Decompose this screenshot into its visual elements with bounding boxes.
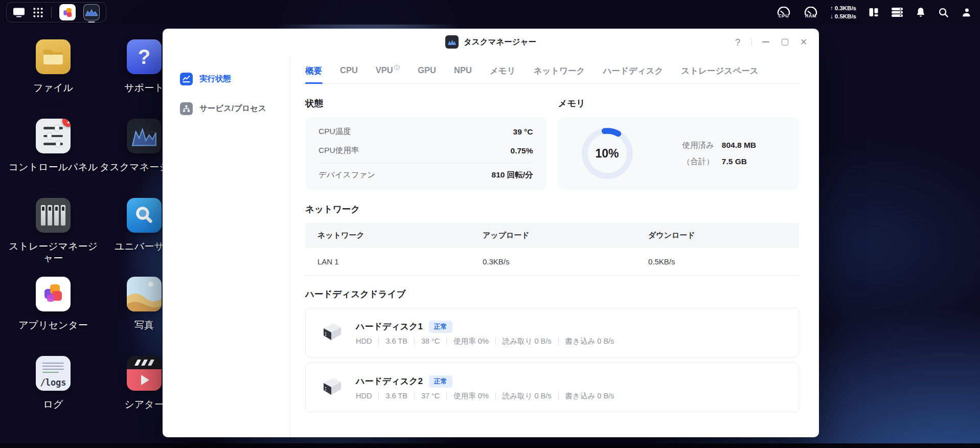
- status-row-cpu-temp: CPU温度 39 °C: [318, 122, 533, 141]
- row-label: デバイスファン: [318, 170, 375, 181]
- disk-card-2[interactable]: ハードディスク2 正常 HDD 3.6 TB 37 °C 使用率 0% 読み取り…: [305, 363, 799, 412]
- network-table: ネットワーク アップロード ダウンロード LAN 1 0.3KB/s 0.5KB…: [305, 223, 799, 276]
- spec-temperature: 38 °C: [414, 338, 446, 345]
- tab-cpu[interactable]: CPU: [340, 65, 358, 83]
- ram-gauge-icon[interactable]: RAM: [803, 7, 818, 18]
- tab-harddisk[interactable]: ハードディスク: [603, 65, 664, 83]
- disk-card-1[interactable]: ハードディスク1 正常 HDD 3.6 TB 38 °C 使用率 0% 読み取り…: [305, 308, 799, 357]
- desktop-icon-label: ストレージマネージャー: [8, 240, 98, 264]
- spec-type: HDD: [356, 338, 378, 345]
- taskbar: CPU RAM ↑ 0.3KB/s ↓ 0.5KB/s: [0, 0, 980, 25]
- spec-type: HDD: [356, 392, 378, 400]
- row-value: 0.75%: [511, 146, 533, 155]
- help-button[interactable]: ?: [733, 37, 743, 47]
- window-titlebar[interactable]: タスクマネージャー ? ✕: [163, 29, 819, 55]
- memory-total-row: （合計） 7.5 GB: [676, 156, 756, 167]
- sidebar-item-services-processes[interactable]: サービス/プロセス: [163, 102, 290, 115]
- upload-value: 0.3KB/s: [483, 257, 648, 266]
- tab-storage-space[interactable]: ストレージスペース: [681, 65, 758, 83]
- disk-info: ハードディスク1 正常 HDD 3.6 TB 38 °C 使用率 0% 読み取り…: [356, 321, 621, 345]
- network-name: LAN 1: [317, 257, 483, 266]
- tab-label: GPU: [418, 65, 436, 77]
- tab-gpu[interactable]: GPU: [418, 65, 436, 83]
- logs-icon: /logs: [36, 356, 71, 391]
- tab-label: 概要: [305, 65, 322, 77]
- app-center-icon: [36, 277, 71, 311]
- memory-card: 10% 使用済み 804.8 MB （合計） 7.5 GB: [558, 117, 800, 190]
- log-lines-decoration: [38, 361, 68, 375]
- minimize-button[interactable]: [761, 37, 771, 47]
- close-button[interactable]: ✕: [799, 37, 809, 47]
- sidebar-item-label: 実行状態: [199, 74, 231, 84]
- nas-server-icon[interactable]: [891, 7, 903, 18]
- cpu-gauge-label: CPU: [779, 13, 789, 18]
- status-badge: 正常: [429, 321, 452, 333]
- upload-arrow-icon: ↑: [830, 5, 833, 12]
- tab-network[interactable]: ネットワーク: [534, 65, 585, 83]
- network-heading: ネットワーク: [305, 203, 799, 215]
- app-launcher-grid-icon[interactable]: [33, 7, 43, 18]
- desktop-icon-label: シアター: [124, 398, 164, 410]
- tab-memory[interactable]: メモリ: [490, 65, 516, 83]
- overview-content: 状態 CPU温度 39 °C CPU使用率 0.75%: [305, 84, 799, 437]
- status-row-device-fan: デバイスファン 810 回転/分: [318, 166, 533, 185]
- spec-capacity: 3.6 TB: [378, 392, 414, 400]
- desktop-icon-label: サポート: [124, 82, 164, 94]
- memory-heading: メモリ: [558, 97, 800, 109]
- disk-specs: HDD 3.6 TB 37 °C 使用率 0% 読み取り 0 B/s 書き込み …: [356, 392, 621, 400]
- status-row-cpu-usage: CPU使用率 0.75%: [318, 141, 533, 160]
- taskbar-app-center-icon[interactable]: [59, 4, 76, 20]
- taskbar-status-area: CPU RAM ↑ 0.3KB/s ↓ 0.5KB/s: [776, 0, 972, 25]
- desktop-icon-files[interactable]: ファイル: [8, 39, 98, 94]
- maximize-button[interactable]: [780, 37, 790, 47]
- row-value: 810 回転/分: [492, 170, 533, 181]
- control-panel-sliders-icon: 1: [36, 119, 71, 153]
- desktop-icon-control-panel[interactable]: 1 コントロールパネル: [8, 119, 98, 173]
- column-header: ネットワーク: [317, 231, 483, 240]
- taskbar-task-manager-icon[interactable]: [83, 4, 100, 20]
- desktop-icon-label: ログ: [43, 398, 63, 410]
- memory-donut-chart: 10%: [579, 125, 636, 182]
- sidebar-item-running-status[interactable]: 実行状態: [163, 73, 290, 85]
- support-question-icon: ?: [127, 39, 162, 74]
- download-speed: 0.5KB/s: [835, 13, 856, 20]
- status-card: CPU温度 39 °C CPU使用率 0.75% デバイスファン 810 回転/…: [305, 117, 546, 190]
- widgets-icon[interactable]: [868, 7, 879, 18]
- window-main: 概要 CPU VPUⓘ GPU NPU メモリ ネットワーク ハードディスク ス…: [290, 55, 819, 437]
- desktop-icon-storage-manager[interactable]: ストレージマネージャー: [8, 198, 98, 264]
- notifications-bell-icon[interactable]: [915, 7, 926, 18]
- desktop-icon-app-center[interactable]: アプリセンター: [8, 277, 98, 331]
- hard-disk-icon: [319, 321, 345, 345]
- line-chart-icon: [180, 73, 193, 85]
- row-label: 使用済み: [676, 140, 714, 151]
- show-desktop-icon[interactable]: [13, 7, 25, 17]
- tab-label: CPU: [340, 65, 358, 77]
- status-badge: 正常: [429, 375, 452, 388]
- tab-label: VPU: [376, 65, 393, 77]
- desktop-icon-logs[interactable]: /logs ログ: [8, 356, 98, 410]
- spec-write: 書き込み 0 B/s: [558, 338, 621, 345]
- hard-disk-icon: [319, 375, 345, 400]
- network-speed-indicator[interactable]: ↑ 0.3KB/s ↓ 0.5KB/s: [830, 5, 856, 20]
- window-title: タスクマネージャー: [464, 37, 536, 48]
- search-icon[interactable]: [938, 7, 949, 18]
- wallpaper-bottom-strip: [0, 443, 980, 448]
- download-arrow-icon: ↓: [830, 13, 833, 20]
- clapper-top: [127, 356, 162, 369]
- taskbar-divider: [51, 7, 52, 18]
- desktop-icon-label: コントロールパネル: [9, 161, 98, 173]
- logs-glyph-text: /logs: [40, 377, 66, 388]
- cpu-gauge-icon[interactable]: CPU: [776, 7, 791, 18]
- status-divider: [318, 163, 533, 163]
- desktop-icon-label: 写真: [134, 319, 154, 331]
- tab-vpu[interactable]: VPUⓘ: [376, 65, 400, 83]
- process-tree-icon: [180, 102, 193, 115]
- spec-temperature: 37 °C: [414, 392, 446, 400]
- play-screen: [127, 369, 162, 391]
- user-account-icon[interactable]: [961, 7, 972, 18]
- tab-npu[interactable]: NPU: [454, 65, 472, 83]
- download-value: 0.5KB/s: [648, 257, 799, 266]
- row-value: 804.8 MB: [722, 141, 756, 150]
- tab-overview[interactable]: 概要: [305, 65, 322, 83]
- network-table-row[interactable]: LAN 1 0.3KB/s 0.5KB/s: [305, 248, 799, 276]
